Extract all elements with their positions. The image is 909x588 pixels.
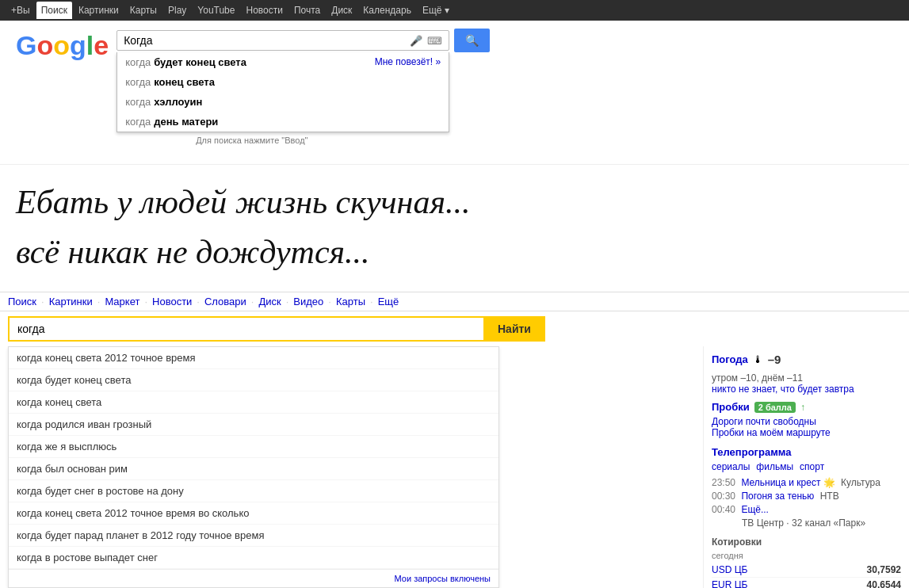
- nav-sep5: ·: [251, 296, 254, 307]
- google-suggestion-2[interactable]: когда хэллоуин: [117, 92, 449, 112]
- yandex-nav-dict[interactable]: Словари: [204, 296, 246, 307]
- meme-line1: Ебать у людей жизнь скучная...: [16, 181, 893, 224]
- nav-images[interactable]: Картинки: [74, 2, 124, 19]
- tv-cat-sport[interactable]: спорт: [800, 461, 824, 472]
- weather-icon: 🌡: [753, 353, 763, 365]
- google-hint: Для поиска нажмите "Ввод": [188, 132, 893, 148]
- yandex-suggestion-6[interactable]: когда будет снег в ростове на дону: [9, 480, 498, 502]
- nav-news[interactable]: Новости: [241, 2, 287, 19]
- yandex-nav-more[interactable]: Ещё: [378, 296, 399, 307]
- weather-unknown-link[interactable]: никто не знает, что будет завтра: [712, 384, 854, 395]
- tv-channel-2: ТВ Центр · 32 канал «Парк»: [742, 517, 901, 529]
- tv-link[interactable]: Телепрограмма: [712, 446, 791, 458]
- google-suggestion-1[interactable]: когда конец света: [117, 72, 449, 92]
- quote-row-1: EUR ЦБ 40,6544: [712, 578, 901, 588]
- yandex-autocomplete-footer: Мои запросы включены: [9, 569, 498, 587]
- nav-search[interactable]: Поиск: [36, 2, 72, 19]
- nav-sep: ·: [41, 296, 44, 307]
- google-section: Google 🎤 ⌨ 🔍 Мне повезёт! »: [0, 21, 909, 165]
- yandex-suggestion-3[interactable]: когда родился иван грозный: [9, 414, 498, 436]
- yandex-nav-news[interactable]: Новости: [152, 296, 192, 307]
- yandex-suggestion-9[interactable]: когда в ростове выпадет снег: [9, 547, 498, 569]
- yandex-nav-images[interactable]: Картинки: [49, 296, 93, 307]
- meme-line2: всё никак не дождутся...: [16, 231, 893, 274]
- traffic-score-badge: 2 балла: [754, 402, 796, 413]
- yandex-nav: Поиск · Картинки · Маркет · Новости · Сл…: [0, 292, 909, 311]
- yandex-suggestion-7[interactable]: когда конец света 2012 точное время во с…: [9, 502, 498, 525]
- yandex-nav-search[interactable]: Поиск: [8, 296, 36, 307]
- search-icon: 🔍: [465, 34, 479, 47]
- yandex-nav-market[interactable]: Маркет: [105, 296, 139, 307]
- tv-cat-films[interactable]: фильмы: [756, 461, 793, 472]
- nav-sep3: ·: [144, 296, 147, 307]
- weather-link[interactable]: Погода: [712, 353, 748, 365]
- nav-youtube[interactable]: YouTube: [193, 2, 239, 19]
- tv-show-link-1[interactable]: Погоня за тенью: [741, 491, 814, 502]
- traffic-trend-icon: ↑: [800, 402, 805, 413]
- nav-plus[interactable]: +Вы: [6, 2, 35, 19]
- nav-play[interactable]: Play: [163, 2, 191, 19]
- nav-sep4: ·: [197, 296, 200, 307]
- nav-sep6: ·: [286, 296, 289, 307]
- tv-show-link-0[interactable]: Мельница и крест: [741, 477, 820, 488]
- tv-widget: Телепрограмма сериалы фильмы спорт 23:50…: [712, 446, 901, 529]
- my-queries-link[interactable]: Мои запросы включены: [395, 574, 491, 583]
- google-top-nav: +Вы Поиск Картинки Карты Play YouTube Но…: [0, 0, 909, 21]
- yandex-suggestion-0[interactable]: когда конец света 2012 точное время: [9, 347, 498, 369]
- tv-show-2: 00:40 Ещё...: [712, 504, 901, 515]
- weather-unknown: никто не знает, что будет завтра: [712, 384, 901, 395]
- yandex-nav-video[interactable]: Видео: [293, 296, 323, 307]
- nav-more[interactable]: Ещё ▾: [418, 2, 454, 19]
- mic-icon[interactable]: 🎤: [410, 35, 422, 47]
- nav-maps[interactable]: Карты: [125, 2, 162, 19]
- yandex-search-input[interactable]: [8, 316, 483, 342]
- yandex-suggestion-4[interactable]: когда же я высплюсь: [9, 436, 498, 458]
- traffic-widget: Пробки 2 балла ↑ Дороги почти свободны П…: [712, 401, 901, 438]
- quote-eur-val: 40,6544: [867, 579, 901, 588]
- yandex-suggestion-8[interactable]: когда будет парад планет в 2012 году точ…: [9, 525, 498, 547]
- google-autocomplete-dropdown: Мне повезёт! » когда будет конец света к…: [116, 52, 449, 132]
- tv-show-1: 00:30 Погоня за тенью НТВ: [712, 491, 901, 502]
- quotes-date: сегодня: [712, 551, 901, 560]
- meme-section: Ебать у людей жизнь скучная... всё никак…: [0, 165, 909, 292]
- nav-sep2: ·: [97, 296, 101, 307]
- nav-calendar[interactable]: Календарь: [358, 2, 416, 19]
- yandex-nav-maps[interactable]: Карты: [336, 296, 365, 307]
- lucky-button[interactable]: Мне повезёт! »: [375, 56, 441, 67]
- yandex-suggestion-1[interactable]: когда будет конец света: [9, 369, 498, 391]
- quote-row-0: USD ЦБ 30,7592: [712, 563, 901, 578]
- keyboard-icon[interactable]: ⌨: [427, 35, 442, 47]
- yandex-search-row: Найти: [0, 311, 909, 346]
- weather-detail-morning: утром –10, днём –11: [712, 372, 901, 384]
- tv-show-0: 23:50 Мельница и крест 🌟 Культура: [712, 477, 901, 488]
- tv-show-link-2[interactable]: Ещё...: [741, 504, 769, 515]
- google-logo: Google: [16, 29, 109, 59]
- yandex-autocomplete-dropdown: когда конец света 2012 точное время когд…: [8, 346, 499, 588]
- yandex-suggestion-2[interactable]: когда конец света: [9, 391, 498, 414]
- nav-mail[interactable]: Почта: [289, 2, 325, 19]
- nav-sep8: ·: [370, 296, 373, 307]
- google-search-button[interactable]: 🔍: [454, 29, 490, 52]
- yandex-section: Поиск · Картинки · Маркет · Новости · Сл…: [0, 292, 909, 588]
- weather-widget: Погода 🌡 –9: [712, 353, 901, 366]
- yandex-suggestion-5[interactable]: когда был основан рим: [9, 458, 498, 480]
- nav-disk[interactable]: Диск: [327, 2, 357, 19]
- google-suggestion-3[interactable]: когда день матери: [117, 112, 449, 132]
- tv-show-icon-0: 🌟: [823, 477, 835, 488]
- yandex-right-sidebar: Погода 🌡 –9 утром –10, днём –11 никто не…: [703, 346, 909, 588]
- traffic-link[interactable]: Пробки: [712, 401, 750, 413]
- yandex-nav-disk[interactable]: Диск: [258, 296, 281, 307]
- weather-temp: –9: [768, 353, 781, 366]
- yandex-find-button[interactable]: Найти: [483, 316, 545, 342]
- quote-eur-link[interactable]: EUR ЦБ: [712, 579, 747, 588]
- my-route-link[interactable]: Пробки на моём маршруте: [712, 427, 901, 438]
- tv-cat-serials[interactable]: сериалы: [712, 461, 750, 472]
- quote-usd-val: 30,7592: [867, 564, 901, 575]
- free-roads-link[interactable]: Дороги почти свободны: [712, 416, 901, 427]
- quotes-widget: Котировки сегодня USD ЦБ 30,7592 EUR ЦБ …: [712, 536, 901, 588]
- quotes-header: Котировки: [712, 536, 901, 548]
- quote-usd-link[interactable]: USD ЦБ: [712, 564, 747, 575]
- google-search-input[interactable]: [124, 34, 410, 47]
- nav-sep7: ·: [328, 296, 331, 307]
